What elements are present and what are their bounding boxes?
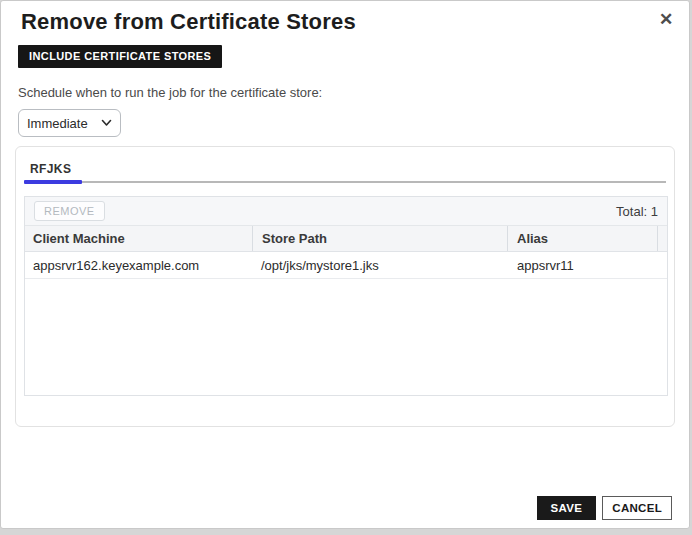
schedule-label: Schedule when to run the job for the cer…	[18, 85, 689, 100]
table-empty-area	[25, 279, 667, 395]
column-header-store-path[interactable]: Store Path	[252, 226, 507, 251]
cell-client-machine: appsrvr162.keyexample.com	[25, 252, 252, 278]
tab-divider	[24, 181, 666, 183]
cancel-button[interactable]: CANCEL	[602, 496, 672, 520]
certificate-store-card: RFJKS REMOVE Total: 1 Client Machine Sto…	[15, 146, 675, 427]
column-header-alias[interactable]: Alias	[507, 226, 657, 251]
table-row[interactable]: appsrvr162.keyexample.com /opt/jks/mysto…	[25, 252, 667, 279]
remove-from-certificate-stores-dialog: Remove from Certificate Stores ✕ INCLUDE…	[0, 0, 690, 529]
close-icon[interactable]: ✕	[655, 9, 677, 31]
tab-rfjks[interactable]: RFJKS	[30, 162, 71, 176]
save-button[interactable]: SAVE	[537, 496, 597, 520]
cell-store-path: /opt/jks/mystore1.jks	[252, 252, 507, 278]
dialog-footer: SAVE CANCEL	[537, 496, 672, 520]
active-tab-indicator	[24, 180, 82, 184]
cell-spacer	[657, 252, 667, 278]
include-certificate-stores-button[interactable]: INCLUDE CERTIFICATE STORES	[18, 45, 222, 68]
column-header-client-machine[interactable]: Client Machine	[25, 226, 252, 251]
total-count: Total: 1	[616, 204, 658, 219]
dialog-title: Remove from Certificate Stores	[21, 9, 669, 35]
dialog-header: Remove from Certificate Stores ✕	[1, 1, 689, 35]
remove-button[interactable]: REMOVE	[34, 201, 105, 221]
tab-bar: RFJKS	[24, 147, 666, 184]
table-toolbar: REMOVE Total: 1	[25, 197, 667, 226]
chevron-down-icon	[101, 119, 112, 127]
column-header-spacer	[657, 226, 667, 251]
schedule-selected-value: Immediate	[27, 116, 88, 131]
schedule-select[interactable]: Immediate	[18, 109, 121, 137]
cell-alias: appsrvr11	[507, 252, 657, 278]
store-table: REMOVE Total: 1 Client Machine Store Pat…	[24, 196, 668, 396]
table-header-row: Client Machine Store Path Alias	[25, 226, 667, 252]
